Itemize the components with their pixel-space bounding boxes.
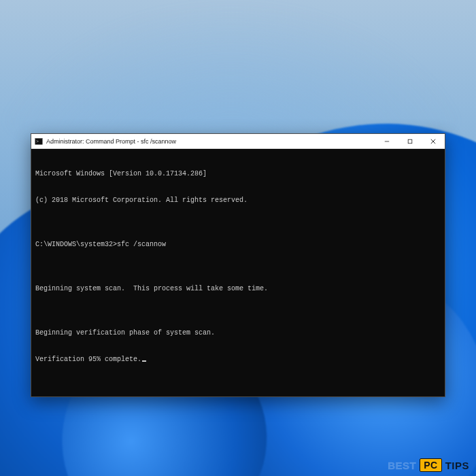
watermark: BEST PC TIPS	[388, 458, 469, 472]
cmd-icon: >	[34, 137, 44, 146]
terminal-progress-text: Verification 95% complete.	[35, 356, 141, 363]
window-titlebar[interactable]: > Administrator: Command Prompt - sfc /s…	[31, 134, 445, 149]
terminal-line: C:\WINDOWS\system32>sfc /scannow	[35, 240, 441, 249]
svg-text:>: >	[36, 139, 39, 143]
terminal-output[interactable]: Microsoft Windows [Version 10.0.17134.28…	[31, 149, 445, 396]
terminal-line: Beginning verification phase of system s…	[35, 328, 441, 337]
terminal-progress-line: Verification 95% complete.	[35, 355, 441, 364]
watermark-text: TIPS	[445, 460, 469, 471]
minimize-button[interactable]	[375, 134, 398, 149]
cursor-icon	[142, 360, 146, 362]
command-prompt-window[interactable]: > Administrator: Command Prompt - sfc /s…	[31, 133, 445, 397]
svg-rect-3	[408, 139, 412, 143]
terminal-line: Beginning system scan. This process will…	[35, 284, 441, 293]
close-button[interactable]	[422, 134, 445, 149]
watermark-text: BEST	[388, 460, 416, 471]
window-title: Administrator: Command Prompt - sfc /sca…	[46, 138, 176, 145]
watermark-badge: PC	[420, 458, 441, 472]
terminal-line: (c) 2018 Microsoft Corporation. All righ…	[35, 196, 441, 205]
maximize-button[interactable]	[398, 134, 422, 149]
terminal-line: Microsoft Windows [Version 10.0.17134.28…	[35, 169, 441, 178]
